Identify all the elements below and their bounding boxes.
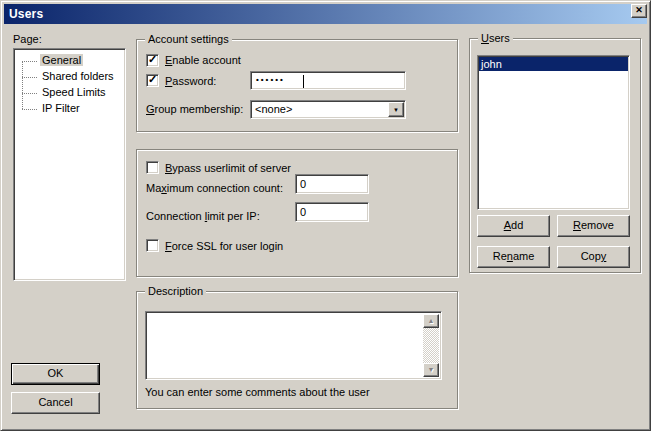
force-ssl-label: Force SSL for user login	[165, 240, 283, 252]
description-group: Description ▲ ▼ You can enter some comme…	[136, 291, 458, 409]
password-checkbox[interactable]: ✓	[146, 74, 159, 87]
max-connections-input[interactable]: 0	[295, 174, 369, 194]
group-membership-select[interactable]: <none> ▼	[250, 100, 406, 119]
page-item-shared-folders[interactable]: Shared folders	[14, 69, 125, 85]
titlebar[interactable]: Users	[4, 4, 647, 24]
password-masked-value: ••••••	[256, 75, 285, 84]
user-list-item[interactable]: john	[479, 57, 628, 71]
users-list[interactable]: john	[477, 55, 630, 210]
group-membership-label: Group membership:	[146, 103, 243, 115]
password-input[interactable]: ••••••	[250, 71, 406, 90]
limits-group: Bypass userlimit of server Maximum conne…	[136, 149, 458, 277]
bypass-userlimit-checkbox[interactable]	[146, 161, 159, 174]
bypass-userlimit-label: Bypass userlimit of server	[165, 162, 291, 174]
max-connections-label: Maximum connection count:	[146, 182, 283, 194]
window-title: Users	[4, 7, 43, 21]
page-item-speed-limits[interactable]: Speed Limits	[14, 85, 125, 101]
ip-limit-label: Connection limit per IP:	[146, 210, 260, 222]
page-tree[interactable]: General Shared folders Speed Limits IP F…	[13, 48, 126, 281]
page-item-ip-filter[interactable]: IP Filter	[14, 101, 125, 117]
close-button[interactable]: ✕	[631, 4, 647, 18]
chevron-down-icon: ▼	[393, 107, 399, 113]
force-ssl-checkbox[interactable]	[146, 239, 159, 252]
ip-limit-value: 0	[300, 206, 306, 218]
description-hint: You can enter some comments about the us…	[145, 386, 370, 398]
copy-button[interactable]: Copy	[557, 246, 630, 268]
ok-button[interactable]: OK	[11, 363, 100, 385]
checkmark-icon: ✓	[148, 73, 157, 85]
scroll-down-icon: ▼	[428, 366, 435, 373]
enable-account-checkbox[interactable]: ✓	[146, 54, 159, 67]
scroll-up-button[interactable]: ▲	[423, 314, 439, 328]
add-button[interactable]: Add	[477, 215, 550, 237]
group-membership-value: <none>	[255, 103, 292, 115]
close-icon: ✕	[635, 5, 643, 15]
checkmark-icon: ✓	[148, 53, 157, 65]
description-legend: Description	[145, 285, 206, 297]
users-dialog: Users ✕ Page: General Shared folders Spe…	[0, 0, 651, 431]
cancel-button[interactable]: Cancel	[11, 392, 100, 414]
dropdown-button[interactable]: ▼	[388, 102, 404, 117]
description-scrollbar[interactable]: ▲ ▼	[423, 314, 439, 377]
scroll-up-icon: ▲	[428, 317, 435, 324]
ip-limit-input[interactable]: 0	[295, 202, 369, 222]
text-caret	[303, 75, 304, 88]
password-label: Password:	[165, 75, 216, 87]
scroll-down-button[interactable]: ▼	[423, 363, 439, 377]
rename-button[interactable]: Rename	[477, 246, 550, 268]
account-settings-legend: Account settings	[145, 33, 232, 45]
page-label: Page:	[13, 33, 42, 45]
remove-button[interactable]: Remove	[557, 215, 630, 237]
users-group: Users john Add Remove Rename Copy	[469, 38, 641, 273]
enable-account-label: Enable account	[165, 54, 241, 66]
account-settings-group: Account settings ✓ Enable account ✓ Pass…	[136, 39, 458, 132]
users-legend: Users	[478, 32, 513, 44]
description-textarea[interactable]: ▲ ▼	[145, 311, 442, 380]
max-connections-value: 0	[300, 178, 306, 190]
page-item-general[interactable]: General	[14, 53, 125, 69]
